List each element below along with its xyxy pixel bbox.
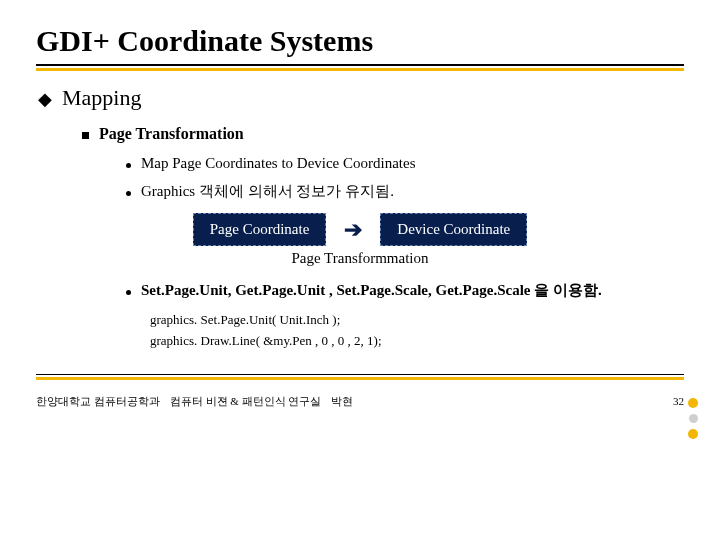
lvl1-text: Mapping xyxy=(62,85,141,111)
diamond-icon: ◆ xyxy=(38,88,52,110)
footer-rule xyxy=(36,374,684,380)
lvl2-text: Page Transformation xyxy=(99,125,244,143)
footer-org1: 한양대학교 컴퓨터공학과 xyxy=(36,394,160,409)
slide: GDI+ Coordinate Systems ◆ Mapping Page T… xyxy=(0,0,720,540)
decorative-dots xyxy=(688,398,698,439)
footer-left: 한양대학교 컴퓨터공학과 컴퓨터 비젼 & 패턴인식 연구실 박현 xyxy=(36,394,353,409)
device-coordinate-box: Device Coordinate xyxy=(380,213,527,246)
page-title: GDI+ Coordinate Systems xyxy=(36,24,684,58)
bullet-level-2: Page Transformation xyxy=(82,125,684,143)
dot-icon xyxy=(126,290,131,295)
arrow-right-icon: ➔ xyxy=(344,217,362,243)
bullet-level-3: Graphics 객체에 의해서 정보가 유지됨. xyxy=(126,182,684,201)
transformation-diagram: Page Coordinate ➔ Device Coordinate xyxy=(36,213,684,246)
api-line: Set.Page.Unit, Get.Page.Unit , Set.Page.… xyxy=(141,281,602,300)
dot-icon xyxy=(688,398,698,408)
dot-icon xyxy=(126,163,131,168)
page-number: 32 xyxy=(673,395,684,407)
diagram-caption: Page Transformmation xyxy=(36,250,684,267)
bullet-level-1: ◆ Mapping xyxy=(38,85,684,111)
title-rule xyxy=(36,64,684,71)
lvl3-text-1: Graphics 객체에 의해서 정보가 유지됨. xyxy=(141,182,394,201)
footer: 한양대학교 컴퓨터공학과 컴퓨터 비젼 & 패턴인식 연구실 박현 32 xyxy=(36,394,684,409)
page-coordinate-box: Page Coordinate xyxy=(193,213,327,246)
bullet-level-3: Set.Page.Unit, Get.Page.Unit , Set.Page.… xyxy=(126,281,684,300)
dot-icon xyxy=(126,191,131,196)
footer-author: 박현 xyxy=(331,394,353,409)
bullet-level-3: Map Page Coordinates to Device Coordinat… xyxy=(126,155,684,172)
footer-org2: 컴퓨터 비젼 & 패턴인식 연구실 xyxy=(170,394,322,409)
dot-icon xyxy=(689,414,698,423)
code-line: graphics. Set.Page.Unit( Unit.Inch ); xyxy=(150,310,684,331)
code-block: graphics. Set.Page.Unit( Unit.Inch ); gr… xyxy=(150,310,684,352)
code-line: graphics. Draw.Line( &my.Pen , 0 , 0 , 2… xyxy=(150,331,684,352)
lvl3-text-0: Map Page Coordinates to Device Coordinat… xyxy=(141,155,416,172)
dot-icon xyxy=(688,429,698,439)
square-icon xyxy=(82,132,89,139)
